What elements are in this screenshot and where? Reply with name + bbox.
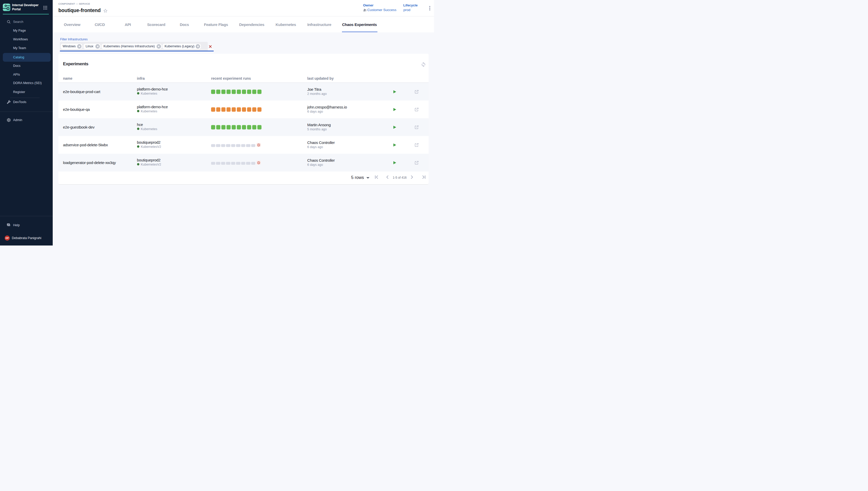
svg-text:?: ? <box>8 224 9 226</box>
